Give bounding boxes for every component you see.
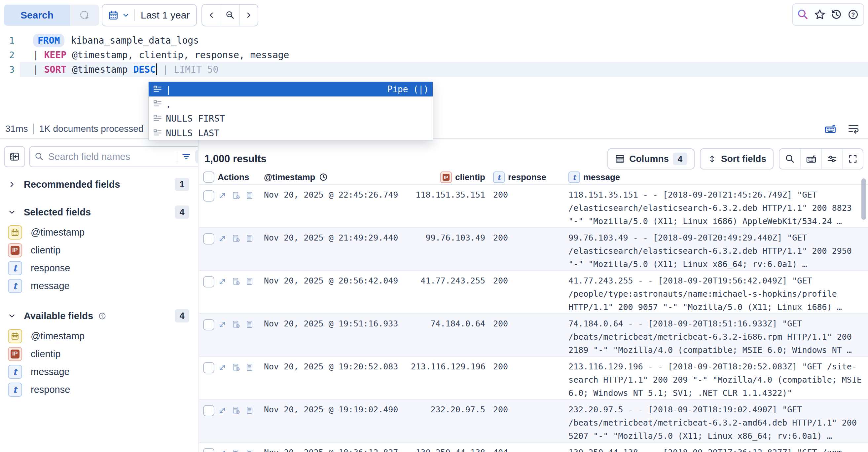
- date-picker[interactable]: Last 1 year: [102, 4, 197, 26]
- autocomplete-item[interactable]: NULLS LAST: [149, 125, 433, 140]
- field-list-item[interactable]: tresponse: [0, 259, 198, 277]
- compare-document-icon[interactable]: [231, 277, 241, 313]
- timestamp-cell: Nov 20, 2025 @ 19:20:52.083: [264, 360, 411, 399]
- row-checkbox[interactable]: [203, 362, 214, 373]
- line-number: 3: [0, 64, 14, 75]
- time-back-button[interactable]: [202, 5, 221, 26]
- expand-row-icon[interactable]: [218, 234, 227, 270]
- clientip-cell: 99.76.103.49: [411, 231, 485, 270]
- autocomplete-item[interactable]: NULLS FIRST: [149, 111, 433, 125]
- filter-icon[interactable]: [181, 152, 191, 161]
- sort-fields-button[interactable]: Sort fields: [700, 148, 774, 170]
- view-document-icon[interactable]: [245, 449, 255, 452]
- field-name: response: [31, 263, 70, 274]
- view-document-icon[interactable]: [245, 234, 255, 270]
- row-checkbox[interactable]: [203, 448, 214, 452]
- chevron-down-icon: [7, 208, 17, 217]
- timestamp-header[interactable]: @timestamp: [264, 172, 315, 182]
- view-document-icon[interactable]: [245, 277, 255, 313]
- collapse-sidebar-button[interactable]: [4, 146, 25, 167]
- expand-row-icon[interactable]: [218, 277, 227, 313]
- wrap-lines-icon[interactable]: [847, 123, 860, 135]
- zoom-out-time-button[interactable]: [221, 5, 239, 26]
- selected-count-badge: 4: [175, 206, 189, 219]
- compare-document-icon[interactable]: [231, 449, 241, 452]
- search-in-table-button[interactable]: [779, 149, 800, 169]
- fullscreen-button[interactable]: [842, 149, 863, 169]
- favorite-button[interactable]: [813, 8, 826, 21]
- search-button[interactable]: Search: [4, 5, 70, 26]
- field-list-item[interactable]: @timestamp: [0, 223, 198, 241]
- row-checkbox[interactable]: [203, 405, 214, 416]
- autocomplete-item[interactable]: ,: [149, 96, 433, 111]
- compare-document-icon[interactable]: [231, 406, 241, 442]
- editor-line[interactable]: 1FROM kibana_sample_data_logs: [0, 33, 868, 48]
- select-all-checkbox[interactable]: [203, 172, 214, 183]
- ai-search-button[interactable]: [797, 8, 809, 21]
- columns-button[interactable]: Columns 4: [608, 148, 694, 170]
- compare-document-icon[interactable]: [231, 191, 241, 227]
- view-document-icon[interactable]: [245, 191, 255, 227]
- clientip-header[interactable]: clientip: [455, 172, 485, 182]
- keyboard-shortcuts-button[interactable]: [800, 149, 821, 169]
- timestamp-cell: Nov 20, 2025 @ 21:49:29.440: [264, 231, 411, 270]
- field-list-item[interactable]: @timestamp: [0, 327, 198, 345]
- message-cell: 41.77.243.255 - - [2018-09-20T19:56:42.0…: [568, 274, 862, 313]
- history-button[interactable]: [830, 8, 843, 21]
- expand-row-icon[interactable]: [218, 320, 227, 356]
- recommended-fields-section[interactable]: Recommended fields 1: [0, 177, 198, 192]
- compare-document-icon[interactable]: [231, 234, 241, 270]
- message-header[interactable]: message: [583, 172, 620, 182]
- available-fields-section[interactable]: Available fields ? 4: [0, 309, 198, 323]
- expand-row-icon[interactable]: [218, 449, 227, 452]
- editor-line[interactable]: 3| SORT @timestamp DESC | LIMIT 50: [0, 62, 868, 77]
- actions-header: Actions: [218, 172, 249, 182]
- response-cell: 200: [493, 188, 559, 227]
- row-checkbox[interactable]: [203, 319, 214, 330]
- field-search-box: 0: [29, 146, 198, 167]
- field-list-item[interactable]: IPclientip: [0, 345, 198, 363]
- esql-editor[interactable]: 1FROM kibana_sample_data_logs2| KEEP @ti…: [0, 33, 868, 89]
- selected-fields-section[interactable]: Selected fields 4: [0, 205, 198, 219]
- field-list-item[interactable]: tmessage: [0, 277, 198, 295]
- editor-line[interactable]: 2| KEEP @timestamp, clientip, response, …: [0, 48, 868, 62]
- suggestion-detail: Pipe (|): [388, 84, 429, 94]
- field-list-item[interactable]: tresponse: [0, 381, 198, 398]
- compare-document-icon[interactable]: [231, 363, 241, 399]
- refresh-button[interactable]: [70, 5, 99, 26]
- question-circle-icon[interactable]: ?: [98, 311, 107, 321]
- autocomplete-item[interactable]: |Pipe (|): [149, 82, 433, 96]
- view-document-icon[interactable]: [245, 406, 255, 442]
- divider: [134, 9, 135, 21]
- expand-row-icon[interactable]: [218, 363, 227, 399]
- view-document-icon[interactable]: [245, 363, 255, 399]
- time-forward-button[interactable]: [239, 5, 258, 26]
- search-icon: [34, 152, 44, 161]
- message-cell: 130.250.44.138 - - [2018-09-20T17:36:12.…: [568, 446, 862, 452]
- code-token: DESC: [133, 64, 155, 75]
- fields-sidebar: 0 Recommended fields 1 Selected fields 4…: [0, 140, 198, 452]
- table-row: Nov 20, 2025 @ 18:36:12.827130.250.44.13…: [199, 443, 868, 452]
- divider: [33, 124, 34, 134]
- table-row: Nov 20, 2025 @ 20:56:42.04941.77.243.255…: [199, 271, 868, 314]
- field-search-input[interactable]: [48, 151, 173, 162]
- vertical-scrollbar[interactable]: [861, 178, 866, 220]
- code-token: | LIMIT 50: [157, 64, 218, 75]
- view-document-icon[interactable]: [245, 320, 255, 356]
- expand-row-icon[interactable]: [218, 406, 227, 442]
- keyboard-shortcuts-icon[interactable]: [825, 123, 836, 135]
- field-name: @timestamp: [31, 227, 85, 238]
- keyboard-icon: [806, 154, 816, 164]
- row-checkbox[interactable]: [203, 233, 214, 244]
- display-options-button[interactable]: [821, 149, 842, 169]
- field-list-item[interactable]: tmessage: [0, 363, 198, 381]
- expand-row-icon[interactable]: [218, 191, 227, 227]
- clientip-cell: 118.151.35.151: [411, 188, 485, 227]
- field-list-item[interactable]: IPclientip: [0, 241, 198, 259]
- row-checkbox[interactable]: [203, 190, 214, 202]
- line-number: 2: [0, 50, 14, 60]
- row-checkbox[interactable]: [203, 276, 214, 288]
- compare-document-icon[interactable]: [231, 320, 241, 356]
- help-button[interactable]: ?: [847, 8, 860, 21]
- response-header[interactable]: response: [508, 172, 546, 182]
